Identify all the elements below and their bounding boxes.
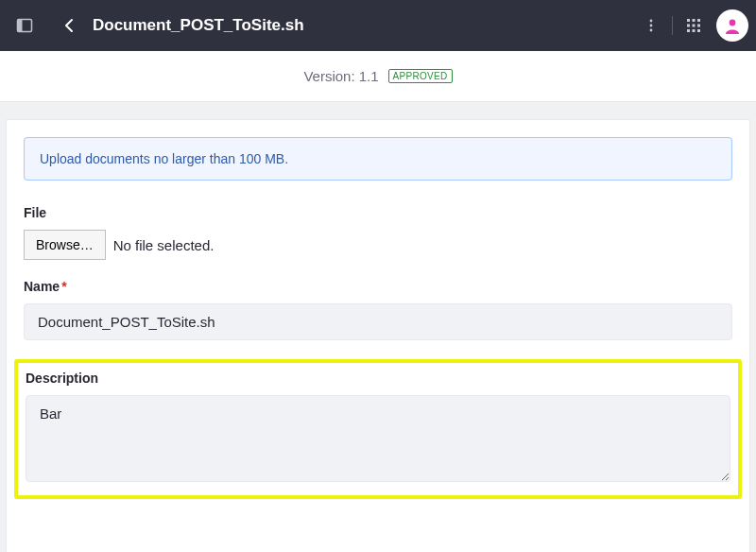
info-banner: Upload documents no larger than 100 MB. [24,137,732,181]
name-field-group: Name* [24,279,732,340]
required-indicator: * [61,279,66,294]
page-title: Document_POST_ToSite.sh [93,16,304,35]
svg-point-14 [730,20,736,26]
svg-point-3 [650,25,653,27]
description-highlight: Description [14,359,742,499]
svg-rect-11 [687,29,690,32]
form-panel: Upload documents no larger than 100 MB. … [6,119,750,552]
svg-rect-8 [687,25,690,27]
svg-rect-9 [693,25,696,27]
back-button[interactable] [53,9,87,43]
version-label: Version: 1.1 [303,68,378,84]
name-input[interactable] [24,303,732,340]
separator [672,16,673,35]
description-textarea[interactable] [26,395,730,482]
panel-toggle-button[interactable] [8,9,42,43]
browse-button[interactable]: Browse… [24,230,106,260]
more-actions-button[interactable] [634,9,668,43]
panel-toggle-icon [16,17,33,34]
svg-rect-7 [697,19,700,22]
svg-rect-10 [697,25,700,27]
svg-rect-6 [693,19,696,22]
name-label: Name* [24,279,732,294]
name-label-text: Name [24,279,60,294]
svg-rect-1 [18,20,23,32]
description-label: Description [26,371,730,386]
description-field-group: Description [26,371,730,486]
svg-rect-12 [693,29,696,32]
user-icon [722,15,743,36]
top-bar: Document_POST_ToSite.sh [0,0,756,51]
apps-button[interactable] [677,9,711,43]
user-avatar[interactable] [716,9,748,42]
chevron-left-icon [62,18,77,33]
kebab-icon [644,18,659,33]
content-area: Upload documents no larger than 100 MB. … [0,102,756,552]
version-strip: Version: 1.1 APPROVED [0,51,756,102]
file-field-group: File Browse… No file selected. [24,205,732,260]
svg-rect-5 [687,19,690,22]
svg-point-2 [650,20,653,23]
file-label: File [24,205,732,220]
file-status-text: No file selected. [113,237,215,253]
apps-grid-icon [686,18,701,33]
status-badge: APPROVED [388,69,453,83]
svg-point-4 [650,29,653,32]
svg-rect-13 [697,29,700,32]
